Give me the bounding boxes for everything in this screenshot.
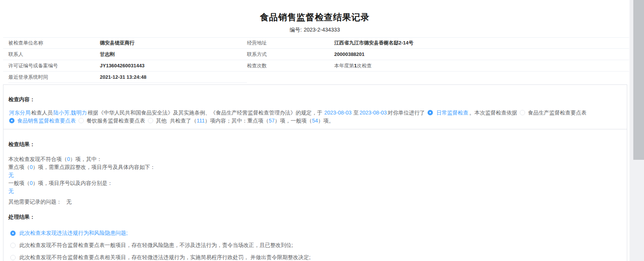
key-noncompliant-count: 0 xyxy=(30,164,33,170)
other-issues-line: 其他需要记录的问题：无 xyxy=(8,198,622,206)
last-login-value: 2021-12-31 13:24:48 xyxy=(100,72,247,83)
handling-option-2[interactable]: 此次检查发现不符合监督检查要点表一般项目，存在轻微风险隐患，不涉及违法行为，责令… xyxy=(8,242,622,249)
phone-label: 联系方式 xyxy=(247,49,334,60)
empty-cell xyxy=(334,72,629,83)
doc-number: 编号:2023-2-434333 xyxy=(0,27,630,33)
contact-label: 联系人 xyxy=(8,49,100,60)
radio-production-checklist-label: 食品生产监督检查要点表 xyxy=(528,110,586,116)
handling-result-heading: 处理结果： xyxy=(8,214,622,221)
total-items-count: 111 xyxy=(197,118,205,124)
key-items-none-link[interactable]: 无 xyxy=(8,172,14,178)
inspection-result-section: 检查结果： 本次检查发现不符合项（0）项，其中： 重点项（0）项，需重点跟踪整改… xyxy=(3,129,627,261)
radio-other-checklist-label: 其他 xyxy=(156,118,167,124)
static-text: 本次检查发现不符合项（ xyxy=(8,156,67,162)
static-text: 至 xyxy=(354,110,359,116)
handling-option-3[interactable]: 此次检查发现不符合监督检查要点表相关项目，存在轻微违法违规行为，实施简易程序行政… xyxy=(8,254,622,261)
radio-daily-check-selected[interactable] xyxy=(428,110,433,115)
static-text: 检查人员 xyxy=(31,110,53,116)
static-text: 根据《中华人民共和国食品安全法》及其实施条例、《食品生产经营监督检查管理办法》的… xyxy=(88,110,322,116)
radio-sales-checklist-selected[interactable] xyxy=(9,118,14,123)
last-login-label: 最近登录系统时间 xyxy=(8,72,100,83)
static-text: ）项，一般项（ xyxy=(275,118,312,124)
general-items-none-link[interactable]: 无 xyxy=(8,188,14,194)
vertical-scrollbar xyxy=(630,0,644,261)
other-issues-value: 无 xyxy=(66,199,72,205)
inspectors-link[interactable]: 陆小芳,魏明力 xyxy=(53,110,87,116)
noncompliant-count: 0 xyxy=(67,156,70,162)
radio-production-checklist[interactable] xyxy=(520,110,525,115)
radio-other-checklist[interactable] xyxy=(148,118,153,123)
result-summary-line: 本次检查发现不符合项（0）项，其中： xyxy=(8,155,622,163)
page-title: 食品销售监督检查结果记录 xyxy=(0,0,630,23)
radio-unselected-icon[interactable] xyxy=(10,243,16,248)
inspection-content-line2: 食品销售监督检查要点表餐饮服务监督检查要点表其他共检查了（111）项内容；其中：… xyxy=(8,117,622,125)
check-count-suffix: 次检查 xyxy=(357,62,372,69)
handling-option-3-label: 此次检查发现不符合监督检查要点表相关项目，存在轻微违法违规行为，实施简易程序行政… xyxy=(19,254,311,261)
static-text: ）项。 xyxy=(318,118,334,124)
address-value: 江西省九江市德安县香榭名邸2-14号 xyxy=(334,38,629,48)
check-type-link[interactable]: 日常监督检查 xyxy=(436,110,468,116)
license-value: JY13604260031443 xyxy=(100,60,247,71)
contact-value: 甘志刚 xyxy=(100,49,247,60)
radio-unselected-icon[interactable] xyxy=(10,255,16,260)
static-text: ）项内容；其中：重点项（ xyxy=(205,118,269,124)
static-text: ）项，项目序号以及内容分别是： xyxy=(33,180,113,186)
doc-number-label: 编号: xyxy=(290,27,302,33)
static-text: ）项，其中： xyxy=(70,156,102,162)
date-to-link[interactable]: 2023-08-03 xyxy=(360,110,387,116)
check-count-num: 1 xyxy=(354,63,357,68)
general-items-count: 54 xyxy=(312,118,318,124)
bureau-link[interactable]: 河东分局 xyxy=(9,110,30,116)
general-noncompliant-count: 0 xyxy=(30,180,33,186)
table-row: 许可证编号或备案编号 JY13604260031443 检查次数 本年度第1次检… xyxy=(3,60,629,72)
address-label: 经营地址 xyxy=(247,38,334,48)
radio-selected-icon[interactable] xyxy=(10,231,16,236)
table-row: 被检查单位名称 德安县缇亚商行 经营地址 江西省九江市德安县香榭名邸2-14号 xyxy=(3,37,629,49)
static-text: ）项，需重点跟踪整改，项目序号及具体内容如下： xyxy=(33,164,155,170)
general-items-line: 一般项（0）项，项目序号以及内容分别是： xyxy=(8,179,622,187)
phone-value: 20000388201 xyxy=(334,49,629,60)
table-row: 最近登录系统时间 2021-12-31 13:24:48 xyxy=(3,72,629,83)
check-count-label: 检查次数 xyxy=(247,60,334,71)
radio-catering-checklist-label: 餐饮服务监督检查要点表 xyxy=(87,118,145,124)
radio-catering-checklist[interactable] xyxy=(78,118,84,123)
info-table: 被检查单位名称 德安县缇亚商行 经营地址 江西省九江市德安县香榭名邸2-14号 … xyxy=(3,37,629,83)
check-count-prefix: 本年度第 xyxy=(334,62,354,69)
unit-name-value: 德安县缇亚商行 xyxy=(100,38,247,48)
inspection-result-heading: 检查结果： xyxy=(8,141,622,148)
doc-number-value: 2023-2-434333 xyxy=(304,27,340,33)
check-count-value: 本年度第1次检查 xyxy=(334,60,629,71)
handling-option-1-label: 此次检查未发现违法违规行为和风险隐患问题; xyxy=(19,230,128,237)
record-page: 食品销售监督检查结果记录 编号:2023-2-434333 被检查单位名称 德安… xyxy=(0,0,630,261)
license-label: 许可证编号或备案编号 xyxy=(8,60,100,71)
handling-option-1[interactable]: 此次检查未发现违法违规行为和风险隐患问题; xyxy=(8,229,622,237)
static-text: 对你单位进行了 xyxy=(388,110,425,116)
key-items-count: 57 xyxy=(269,118,275,124)
inspection-content-section: 检查内容： 河东分局检查人员陆小芳,魏明力根据《中华人民共和国食品安全法》及其实… xyxy=(3,84,627,129)
static-text: 共检查了（ xyxy=(170,118,197,124)
handling-option-2-label: 此次检查发现不符合监督检查要点表一般项目，存在轻微风险隐患，不涉及违法行为，责令… xyxy=(19,242,293,249)
empty-cell xyxy=(247,72,334,83)
unit-name-label: 被检查单位名称 xyxy=(8,38,100,48)
key-items-line: 重点项（0）项，需重点跟踪整改，项目序号及具体内容如下： xyxy=(8,163,622,171)
other-issues-label: 其他需要记录的问题： xyxy=(8,199,62,205)
date-from-link[interactable]: 2023-08-03 xyxy=(324,110,352,116)
static-text: 一般项（ xyxy=(8,180,30,186)
static-text: 。本次监督检查依据 xyxy=(469,110,517,116)
scrollbar-thumb[interactable] xyxy=(633,0,644,160)
inspection-content-line1: 河东分局检查人员陆小芳,魏明力根据《中华人民共和国食品安全法》及其实施条例、《食… xyxy=(8,109,622,117)
static-text: 重点项（ xyxy=(8,164,30,170)
radio-sales-checklist-label: 食品销售监督检查要点表 xyxy=(17,118,76,124)
table-row: 联系人 甘志刚 联系方式 20000388201 xyxy=(3,49,629,60)
inspection-content-heading: 检查内容： xyxy=(8,96,622,103)
